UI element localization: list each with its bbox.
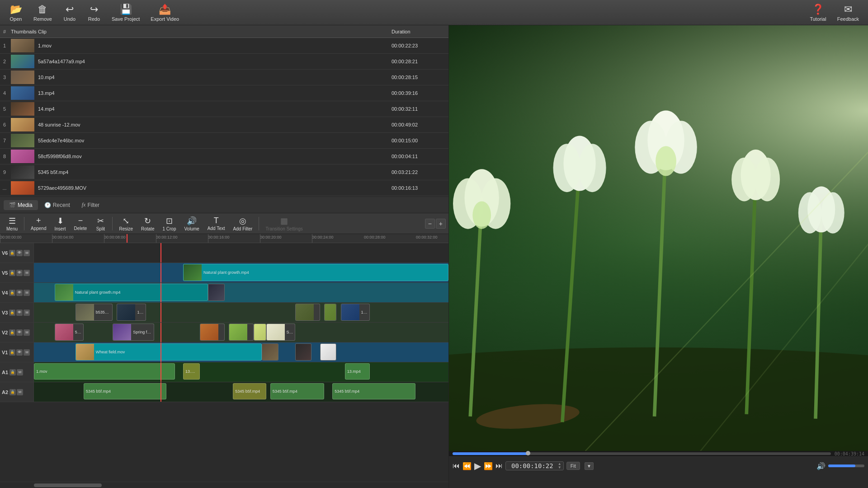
track-mute-v1[interactable]: M	[24, 349, 30, 356]
volume-button[interactable]: 🔊 Volume	[180, 215, 203, 232]
clip-v4-2[interactable]	[208, 284, 225, 301]
clip-v3-3[interactable]	[295, 304, 320, 321]
track-mute-v5[interactable]: M	[24, 270, 30, 276]
media-row[interactable]: 6 48 sunrise -12.mov 00:00:49:02	[0, 117, 448, 133]
media-row[interactable]: 5 14.mp4 00:00:32:11	[0, 101, 448, 117]
clip-v2-6[interactable]: Spring flowers.mp4	[266, 324, 295, 341]
clip-v1-2[interactable]	[262, 343, 278, 361]
clip-a1-2[interactable]: 13.mp4	[183, 363, 200, 380]
clip-v1-3[interactable]	[295, 343, 312, 361]
timecode-stepper[interactable]: ▲ ▼	[558, 462, 561, 469]
track-mute-v6[interactable]: M	[24, 250, 30, 256]
media-row[interactable]: ... 5729aec495689.MOV 00:00:16:13	[0, 180, 448, 196]
undo-button[interactable]: ↩ Undo	[58, 2, 81, 23]
clip-v3-1[interactable]: b5351717c9014b.mov	[75, 304, 113, 321]
transition-settings-button[interactable]: ▦ Transition Settings	[262, 215, 306, 232]
track-lock-v5[interactable]: 🔒	[9, 270, 15, 276]
track-mute-v4[interactable]: M	[24, 290, 30, 296]
add-filter-button[interactable]: ◎ Add Filter	[230, 215, 256, 232]
clip-v3-2[interactable]: 10.mp4	[117, 304, 146, 321]
fast-forward-button[interactable]: ⏩	[484, 462, 493, 470]
volume-button-preview[interactable]: 🔊	[816, 462, 826, 470]
track-lock-v6[interactable]: 🔒	[9, 250, 15, 256]
track-lock-v1[interactable]: 🔒	[9, 349, 15, 356]
clip-a2-4[interactable]: 5345 b5f.mp4	[332, 383, 415, 399]
media-row[interactable]: 2 5a57a4a1477a9.mp4 00:00:28:21	[0, 54, 448, 70]
clip-v2-1[interactable]: 58cf5998f06d8	[55, 324, 84, 341]
track-lock-a2[interactable]: 🔒	[9, 389, 16, 395]
track-eye-v6[interactable]: 👁	[16, 250, 23, 256]
media-row[interactable]: 4 13.mp4 00:00:39:16	[0, 85, 448, 101]
zoom-in-button[interactable]: +	[436, 219, 446, 229]
skip-to-end-button[interactable]: ⏭	[495, 462, 503, 470]
add-text-button[interactable]: T Add Text	[204, 215, 229, 232]
clip-a2-1[interactable]: 5345 b5f.mp4	[84, 383, 166, 399]
tutorial-button[interactable]: ❓ Tutorial	[805, 2, 830, 23]
clip-a1-1[interactable]: 1.mov	[34, 363, 175, 380]
remove-button[interactable]: 🗑 Remove	[29, 2, 57, 23]
track-mute-v3[interactable]: M	[24, 310, 30, 316]
media-row[interactable]: 9 5345 b5f.mp4 00:03:21:22	[0, 164, 448, 180]
delete-button[interactable]: − Delete	[71, 215, 91, 232]
clip-v2-5[interactable]	[254, 324, 266, 341]
save-project-button[interactable]: 💾 Save Project	[107, 2, 144, 23]
track-eye-v4[interactable]: 👁	[16, 290, 23, 296]
track-mute-v2[interactable]: M	[24, 329, 30, 336]
fit-dropdown-button[interactable]: ▼	[585, 462, 594, 470]
track-controls-a1: 🔒 M	[9, 369, 23, 375]
track-lock-v2[interactable]: 🔒	[9, 329, 15, 336]
append-button[interactable]: + Append	[27, 215, 50, 232]
track-mute-a1[interactable]: M	[17, 369, 23, 375]
clip-v2-3[interactable]	[200, 324, 225, 341]
resize-button[interactable]: ⤡ Resize	[115, 215, 137, 232]
track-lock-v3[interactable]: 🔒	[9, 310, 15, 316]
open-button[interactable]: 📂 Open	[5, 2, 27, 23]
track-eye-v3[interactable]: 👁	[16, 310, 23, 316]
clip-v3-5[interactable]: 14.mp4	[341, 304, 370, 321]
media-row[interactable]: 8 58cf5998f06d8.mov 00:00:04:11	[0, 149, 448, 164]
volume-slider[interactable]	[828, 465, 864, 467]
clip-a2-2[interactable]: 5345 b5f.mp4	[233, 383, 266, 399]
clip-v3-4[interactable]	[324, 304, 337, 321]
zoom-controls: − +	[425, 219, 446, 229]
track-eye-v1[interactable]: 👁	[16, 349, 23, 356]
feedback-button[interactable]: ✉ Feedback	[833, 2, 863, 23]
tab-media[interactable]: 🎬 Media	[4, 200, 38, 210]
media-row[interactable]: 3 10.mp4 00:00:28:15	[0, 70, 448, 85]
row-thumb	[9, 102, 36, 116]
track-eye-v2[interactable]: 👁	[16, 329, 23, 336]
clip-v2-2[interactable]: Spring flowers.mp4	[113, 324, 154, 341]
clip-v1-1[interactable]: Wheat field.mov	[75, 343, 262, 361]
track-lock-v4[interactable]: 🔒	[9, 290, 15, 296]
track-eye-v5[interactable]: 👁	[16, 270, 23, 276]
rotate-button[interactable]: ↻ Rotate	[137, 215, 158, 232]
clip-v1-4[interactable]	[320, 343, 337, 361]
progress-bar[interactable]	[453, 452, 831, 455]
rewind-button[interactable]: ⏪	[462, 462, 472, 470]
split-button[interactable]: ✂ Split	[91, 215, 109, 232]
horizontal-scrollbar[interactable]	[34, 483, 102, 487]
play-pause-button[interactable]: ▶	[474, 460, 481, 471]
clip-a2-3[interactable]: 5345 b5f.mp4	[270, 383, 324, 399]
tracks-container[interactable]: V6 🔒 👁 M V5	[0, 243, 448, 482]
zoom-out-button[interactable]: −	[425, 219, 435, 229]
clip-v2-4[interactable]	[229, 324, 254, 341]
crop-button[interactable]: ⊡ 1 Crop	[159, 215, 179, 232]
media-row[interactable]: 1 1.mov 00:00:22:23	[0, 38, 448, 54]
insert-button[interactable]: ⬇ Insert	[51, 215, 70, 232]
redo-button[interactable]: ↪ Redo	[83, 2, 105, 23]
tab-filter[interactable]: fx Filter	[76, 200, 105, 210]
skip-to-start-button[interactable]: ⏮	[453, 462, 460, 470]
fit-button[interactable]: Fit	[566, 462, 580, 470]
media-row[interactable]: 7 55edc4e7e46bc.mov 00:00:15:00	[0, 133, 448, 149]
track-lock-a1[interactable]: 🔒	[9, 369, 16, 375]
clip-v4-1[interactable]: Natural plant growth.mp4	[55, 284, 208, 301]
clip-v5-1[interactable]: Natural plant growth.mp4	[183, 264, 448, 281]
export-video-button[interactable]: 📤 Export Video	[146, 2, 184, 23]
track-content-v5: Natural plant growth.mp4	[34, 263, 448, 282]
tab-recent[interactable]: 🕐 Recent	[39, 200, 75, 210]
clip-a1-3[interactable]: 13.mp4	[345, 363, 370, 380]
menu-button[interactable]: ☰ Menu	[3, 215, 21, 232]
progress-thumb[interactable]	[526, 451, 530, 455]
track-mute-a2[interactable]: M	[17, 389, 23, 395]
